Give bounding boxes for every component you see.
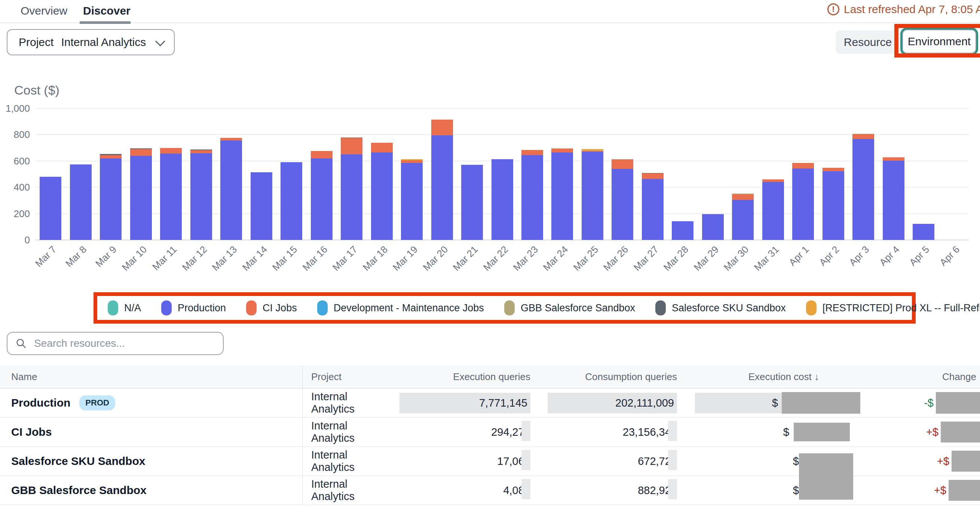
legend-label: Development - Maintenance Jobs [334,302,484,314]
bar-segment [371,152,393,240]
active-tab-underline [80,21,130,24]
chart-bar[interactable] [251,172,272,240]
execution-queries-value: 294,274 [392,426,530,438]
chart-bar[interactable] [612,159,633,240]
execution-queries-value: 4,088 [392,484,530,497]
chart-bar[interactable] [190,149,212,240]
table-row[interactable]: Production PROD Internal Analytics 7,771… [0,388,980,418]
resource-toggle-button[interactable]: Resource [835,31,900,54]
table-row[interactable]: CI Jobs Internal Analytics 294,274 23,15… [0,418,980,447]
chart-bar[interactable] [130,148,152,240]
chart-bar[interactable] [401,159,423,240]
legend-item[interactable]: GBB Salesforce Sandbox [504,300,635,316]
chart-bar-slot [698,108,728,240]
bar-segment [70,165,92,240]
y-axis-label: 1,000 [0,103,30,114]
tab-overview[interactable]: Overview [21,5,67,17]
bar-segment [130,149,152,156]
bar-segment [822,168,844,171]
project-filter-label: Project [19,36,54,49]
legend-item[interactable]: Production [161,300,226,316]
table-header-row: Name Project Execution queries Consumpti… [0,365,980,388]
chart-bar[interactable] [762,179,784,240]
column-header-consumption-queries[interactable]: Consumption queries [530,371,677,383]
chart-bar[interactable] [913,224,934,240]
chart-bar[interactable] [582,149,603,240]
y-axis-label: 800 [0,129,30,141]
environment-toggle-button[interactable]: Environment [902,30,976,54]
bar-segment [762,179,784,182]
chart-bar[interactable] [853,134,874,240]
bar-segment [100,155,122,159]
chart-bar[interactable] [702,214,724,240]
chevron-down-icon [155,36,165,46]
legend-label: GBB Salesforce Sandbox [521,302,635,314]
chart-bar[interactable] [732,193,754,240]
legend-item[interactable]: Salesforce SKU Sandbox [655,300,786,316]
legend-item[interactable]: [RESTRICTED] Prod XL -- Full-Refresh job… [806,300,980,316]
chart-bar[interactable] [280,162,302,240]
search-input[interactable] [33,337,215,350]
chart-bar[interactable] [642,173,663,240]
change-prefix: +$ [926,426,939,438]
chart-bar-slot [246,108,276,240]
project-cell: Internal Analytics [302,476,392,504]
chart-bar-slot [156,108,186,240]
project-cell: Internal Analytics [302,447,392,476]
chart-bar[interactable] [822,168,844,240]
chart-bar[interactable] [492,159,513,240]
chart-bar-slot [908,108,939,240]
chart-bar[interactable] [160,148,182,240]
chart-bar-slot [818,108,848,240]
legend-label: N/A [124,302,141,314]
column-header-execution-cost[interactable]: Execution cost ↓ [677,371,860,383]
bar-segment [762,182,784,240]
legend-item[interactable]: Development - Maintenance Jobs [317,300,484,316]
chart-bar[interactable] [220,138,242,240]
chart-bar-slot [277,108,306,240]
chart-bar[interactable] [100,154,122,240]
chart-bar[interactable] [461,165,483,240]
tab-discover[interactable]: Discover [83,5,130,17]
resource-name[interactable]: CI Jobs [11,426,52,438]
resources-table: Name Project Execution queries Consumpti… [0,365,980,505]
legend-item[interactable]: CI Jobs [246,300,297,316]
bar-segment [853,139,874,240]
annotation-box-legend: N/AProductionCI JobsDevelopment - Mainte… [94,292,916,323]
bar-segment [160,148,182,154]
chart-bar[interactable] [371,143,393,240]
last-refreshed-text: Last refreshed Apr 7, 8:05 AM PDT [844,3,980,16]
consumption-queries-value: 202,111,009 [547,393,677,413]
chart-bar[interactable] [522,150,543,240]
sort-descending-icon[interactable]: ↓ [814,371,819,382]
bar-segment [642,173,663,179]
chart-bar[interactable] [70,165,92,240]
resource-name[interactable]: GBB Salesforce Sandbox [11,484,146,497]
legend-color-chip [504,300,515,316]
bar-segment [913,224,934,240]
chart-bar[interactable] [551,148,573,240]
warning-icon: ! [827,3,839,15]
column-header-change[interactable]: Change [860,371,980,383]
chart-bar[interactable] [341,138,363,240]
chart-bar[interactable] [672,221,694,240]
legend-color-chip [108,300,118,316]
last-refreshed-status: ! Last refreshed Apr 7, 8:05 AM PDT [827,3,980,16]
chart-bar[interactable] [311,151,332,240]
legend-item[interactable]: N/A [108,300,141,316]
chart-bar[interactable] [883,157,904,240]
bar-segment [190,150,212,153]
column-header-execution-queries[interactable]: Execution queries [392,371,530,383]
change-prefix: -$ [924,397,934,409]
chart-bar[interactable] [431,120,453,240]
column-header-project[interactable]: Project [302,365,392,388]
chart-bar-slot [848,108,878,240]
resource-name[interactable]: Production [11,396,70,409]
resource-name[interactable]: Salesforce SKU Sandbox [11,455,145,468]
bar-segment [461,165,483,240]
project-filter-dropdown[interactable]: Project Internal Analytics [7,29,175,55]
chart-bar-slot [638,108,668,240]
chart-bar[interactable] [40,177,61,240]
chart-bar[interactable] [792,163,814,240]
column-header-name[interactable]: Name [0,371,302,383]
